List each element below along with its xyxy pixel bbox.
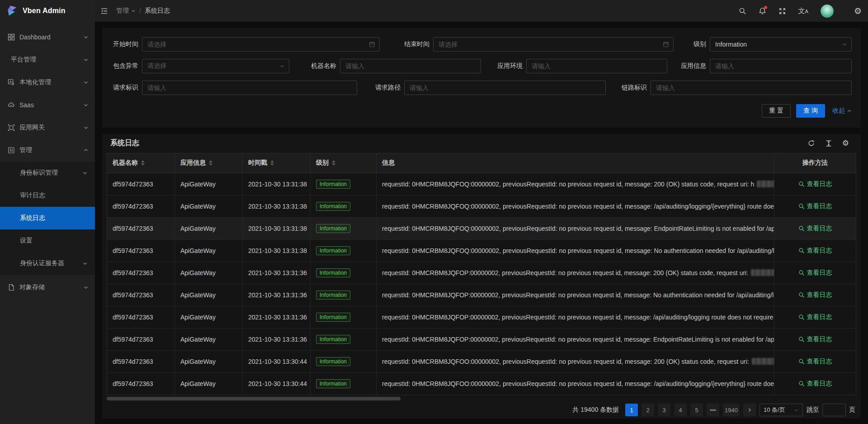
sidebar-submenu-item[interactable]: 身份标识管理 xyxy=(0,162,95,184)
column-header-machine[interactable]: 机器名称 xyxy=(107,153,175,173)
cell-level: Information xyxy=(311,373,377,395)
request-id-input[interactable] xyxy=(142,81,357,95)
search-icon[interactable] xyxy=(739,7,746,15)
jump-to-page-input[interactable] xyxy=(822,404,846,416)
view-log-link[interactable]: 查看日志 xyxy=(798,224,832,233)
pagination-page-label: ••• xyxy=(710,407,716,414)
logo[interactable]: Vben Admin xyxy=(0,0,95,22)
fullscreen-icon[interactable] xyxy=(778,7,786,15)
page-size-select[interactable]: 10 条/页 xyxy=(760,404,803,416)
magnifier-icon xyxy=(798,203,805,210)
sidebar-item-management[interactable]: 管理 xyxy=(0,140,95,160)
table-row: df5974d72363 ApiGateWay 2021-10-30 13:30… xyxy=(107,373,856,395)
end-time-datepicker[interactable] xyxy=(433,37,674,52)
sort-carets-icon[interactable] xyxy=(270,160,274,166)
horizontal-scrollbar xyxy=(107,396,856,400)
has-exception-select[interactable]: 请选择 xyxy=(142,59,289,73)
gear-icon[interactable]: ⚙ xyxy=(854,7,862,15)
machine-name-field[interactable] xyxy=(340,59,481,73)
pagination-page[interactable]: 1940 xyxy=(723,404,740,416)
sidebar-item-object-storage[interactable]: 对象存储 xyxy=(0,277,95,297)
sidebar-item-label: Dashboard xyxy=(19,33,83,41)
app-env-label: 应用环境 xyxy=(495,62,523,70)
trace-id-input[interactable] xyxy=(651,81,851,95)
app-info-field[interactable] xyxy=(710,59,852,73)
view-log-link[interactable]: 查看日志 xyxy=(798,357,832,366)
end-time-input[interactable] xyxy=(434,38,673,51)
search-button[interactable]: 查 询 xyxy=(796,104,825,118)
level-badge: Information xyxy=(316,246,350,255)
message-text: requestId: 0HMCRBM8JQFOO:00000002, previ… xyxy=(382,358,749,365)
column-header-timestamp[interactable]: 时间戳 xyxy=(243,153,311,173)
sort-carets-icon[interactable] xyxy=(332,160,335,166)
sort-carets-icon[interactable] xyxy=(141,160,145,166)
view-log-link[interactable]: 查看日志 xyxy=(798,247,832,255)
app-env-input[interactable] xyxy=(527,59,667,73)
notification-dot xyxy=(764,6,767,9)
translate-icon[interactable]: 文A xyxy=(798,7,808,15)
pagination-page[interactable]: ••• xyxy=(707,404,719,416)
view-log-link[interactable]: 查看日志 xyxy=(798,313,832,321)
sidebar-item-gateway[interactable]: 应用网关 xyxy=(0,118,95,138)
request-path-field[interactable] xyxy=(404,81,606,95)
app-env-field[interactable] xyxy=(526,59,667,73)
pagination-page[interactable]: 3 xyxy=(658,404,670,416)
collapse-filters-link[interactable]: 收起 xyxy=(832,107,852,115)
request-id-label: 请求标识 xyxy=(111,84,138,92)
avatar[interactable] xyxy=(821,5,834,18)
view-log-link[interactable]: 查看日志 xyxy=(798,202,832,210)
pagination-page[interactable]: 4 xyxy=(674,404,687,416)
view-log-label: 查看日志 xyxy=(807,335,832,343)
view-log-label: 查看日志 xyxy=(807,224,832,233)
menu-fold-icon[interactable] xyxy=(100,7,108,15)
chevron-up-icon xyxy=(83,148,89,153)
sidebar-submenu-management: 身份标识管理 审计日志 系统日志 设置 身份认证服务器 xyxy=(0,162,95,275)
cell-timestamp: 2021-10-30 13:31:36 xyxy=(243,329,311,351)
horizontal-scrollbar-thumb[interactable] xyxy=(107,397,401,400)
app-info-input[interactable] xyxy=(710,59,851,73)
trace-id-field[interactable] xyxy=(651,81,852,95)
chevron-down-icon xyxy=(83,34,89,40)
pagination-page[interactable]: 1 xyxy=(625,404,638,416)
table-row: df5974d72363 ApiGateWay 2021-10-30 13:31… xyxy=(107,329,856,351)
cell-machine-name: df5974d72363 xyxy=(107,262,175,284)
view-log-link[interactable]: 查看日志 xyxy=(798,335,832,343)
level-badge: Information xyxy=(316,291,350,300)
start-time-input[interactable] xyxy=(142,38,379,51)
column-header-app-info[interactable]: 应用信息 xyxy=(175,153,243,173)
sidebar-item-label: Saas xyxy=(19,101,83,109)
localization-icon xyxy=(8,79,15,86)
machine-name-input[interactable] xyxy=(340,59,481,73)
sidebar-submenu-item[interactable]: 审计日志 xyxy=(0,184,95,207)
sort-carets-icon[interactable] xyxy=(209,160,212,166)
notification-bell-icon[interactable] xyxy=(759,7,766,15)
sidebar-item-label: 平台管理 xyxy=(11,56,83,64)
view-log-link[interactable]: 查看日志 xyxy=(798,180,832,188)
sidebar-submenu-item[interactable]: 设置 xyxy=(0,229,95,252)
table-row: df5974d72363 ApiGateWay 2021-10-30 13:31… xyxy=(107,173,856,195)
sidebar-item-platform-management[interactable]: 平台管理 xyxy=(0,50,95,70)
cell-action: 查看日志 xyxy=(774,306,856,329)
view-log-link[interactable]: 查看日志 xyxy=(798,269,832,277)
refresh-icon[interactable] xyxy=(807,139,815,147)
view-log-link[interactable]: 查看日志 xyxy=(798,380,832,388)
reset-button[interactable]: 重 置 xyxy=(762,104,791,118)
pagination-page[interactable]: 2 xyxy=(642,404,654,416)
request-path-input[interactable] xyxy=(405,81,605,95)
pagination-page[interactable]: 5 xyxy=(690,404,703,416)
sidebar-item-localization[interactable]: 本地化管理 xyxy=(0,72,95,92)
start-time-datepicker[interactable] xyxy=(142,37,380,52)
sidebar-item-saas[interactable]: Saas xyxy=(0,95,95,115)
sidebar-submenu-item[interactable]: 系统日志 xyxy=(0,207,95,229)
breadcrumb-section[interactable]: 管理 xyxy=(116,7,136,15)
view-log-link[interactable]: 查看日志 xyxy=(798,291,832,299)
cell-timestamp: 2021-10-30 13:31:38 xyxy=(243,218,311,240)
pagination-next-button[interactable] xyxy=(743,404,756,416)
column-header-level[interactable]: 级别 xyxy=(311,153,377,173)
level-select[interactable]: Information xyxy=(710,37,852,52)
sidebar-item-dashboard[interactable]: Dashboard xyxy=(0,27,95,47)
column-settings-gear-icon[interactable]: ⚙ xyxy=(842,139,849,147)
sidebar-submenu-item[interactable]: 身份认证服务器 xyxy=(0,252,95,275)
row-height-icon[interactable] xyxy=(825,140,832,147)
request-id-field[interactable] xyxy=(142,81,357,95)
